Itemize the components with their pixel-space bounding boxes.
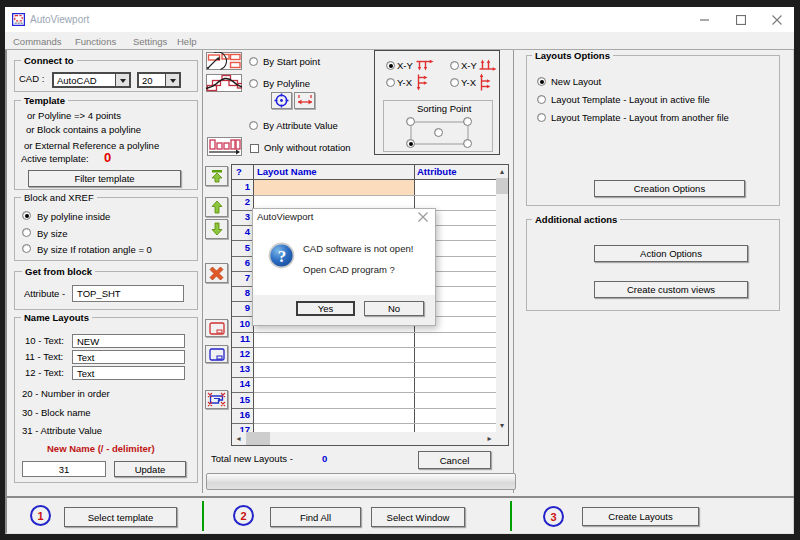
svg-text:?: ? bbox=[278, 247, 287, 266]
